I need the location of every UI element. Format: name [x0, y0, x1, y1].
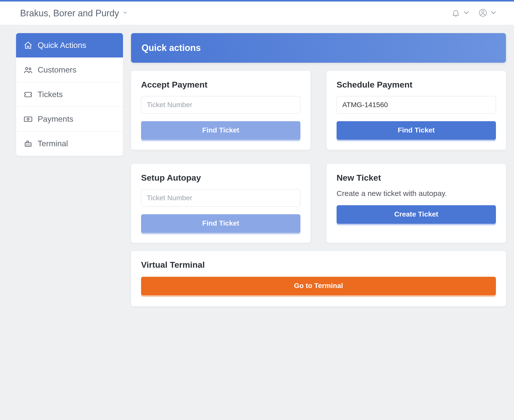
topbar: Brakus, Borer and Purdy — [0, 2, 514, 25]
user-icon — [479, 9, 487, 18]
svg-point-2 — [26, 67, 28, 69]
card-setup-autopay: Setup Autopay Find Ticket — [131, 164, 310, 243]
sidebar: Quick Actions Customers Tickets Payments… — [16, 33, 123, 156]
cash-icon — [23, 115, 33, 124]
ticket-icon — [23, 90, 33, 99]
sidebar-item-customers[interactable]: Customers — [16, 58, 123, 82]
svg-point-3 — [29, 68, 31, 69]
setup-autopay-find-button[interactable]: Find Ticket — [141, 214, 300, 233]
go-to-terminal-button[interactable]: Go to Terminal — [141, 277, 496, 295]
sidebar-item-label: Payments — [38, 114, 73, 124]
home-icon — [23, 41, 33, 50]
card-title: Schedule Payment — [337, 80, 496, 90]
svg-point-1 — [482, 11, 484, 13]
users-icon — [23, 65, 33, 75]
create-ticket-button[interactable]: Create Ticket — [337, 205, 496, 224]
main-content: Quick actions Accept Payment Find Ticket… — [131, 33, 506, 306]
sidebar-item-label: Tickets — [38, 90, 63, 99]
notifications-button[interactable] — [452, 8, 471, 18]
accept-payment-find-button[interactable]: Find Ticket — [141, 121, 300, 140]
schedule-payment-ticket-input[interactable] — [337, 96, 496, 114]
chevron-down-icon — [462, 8, 471, 18]
svg-rect-6 — [25, 143, 31, 146]
svg-rect-4 — [24, 117, 32, 121]
bell-icon — [452, 9, 460, 18]
card-title: Virtual Terminal — [141, 260, 496, 270]
sidebar-item-label: Terminal — [38, 139, 68, 148]
card-title: Setup Autopay — [141, 173, 300, 183]
sidebar-item-payments[interactable]: Payments — [16, 107, 123, 131]
card-title: New Ticket — [337, 173, 496, 183]
schedule-payment-find-button[interactable]: Find Ticket — [337, 121, 496, 140]
card-accept-payment: Accept Payment Find Ticket — [131, 71, 310, 150]
card-virtual-terminal: Virtual Terminal Go to Terminal — [131, 251, 506, 306]
card-title: Accept Payment — [141, 80, 300, 90]
chevron-down-icon — [489, 8, 498, 18]
setup-autopay-ticket-input[interactable] — [141, 189, 300, 207]
accept-payment-ticket-input[interactable] — [141, 96, 300, 114]
sidebar-item-quick-actions[interactable]: Quick Actions — [16, 33, 123, 58]
org-name: Brakus, Borer and Purdy — [20, 8, 119, 19]
sidebar-item-label: Quick Actions — [38, 41, 86, 50]
card-new-ticket: New Ticket Create a new ticket with auto… — [327, 164, 506, 243]
page-title: Quick actions — [131, 33, 506, 63]
sidebar-item-label: Customers — [38, 65, 77, 75]
register-icon — [23, 139, 33, 148]
account-menu[interactable] — [479, 8, 498, 18]
svg-point-5 — [27, 118, 29, 120]
org-selector[interactable]: Brakus, Borer and Purdy — [20, 8, 128, 19]
chevron-down-icon — [122, 10, 128, 17]
card-description: Create a new ticket with autopay. — [337, 189, 496, 198]
topbar-actions — [452, 8, 498, 18]
sidebar-item-tickets[interactable]: Tickets — [16, 82, 123, 107]
card-schedule-payment: Schedule Payment Find Ticket — [327, 71, 506, 150]
sidebar-item-terminal[interactable]: Terminal — [16, 131, 123, 156]
